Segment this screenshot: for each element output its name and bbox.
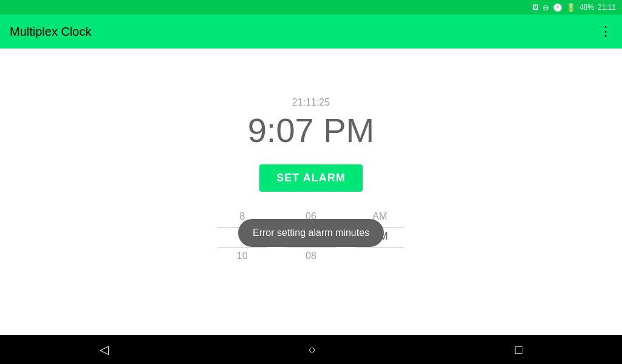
picker-ampm-bottom[interactable] bbox=[355, 251, 404, 261]
toast-message: Error setting alarm minutes bbox=[238, 219, 384, 247]
overflow-menu-button[interactable]: ⋮ bbox=[599, 25, 612, 38]
screen-icon: 🖼 bbox=[532, 4, 539, 11]
battery-icon: 🔋 bbox=[566, 3, 576, 12]
picker-hour-bottom[interactable]: 10 bbox=[218, 251, 267, 261]
recents-button[interactable]: □ bbox=[515, 343, 522, 357]
home-button[interactable]: ○ bbox=[308, 343, 315, 357]
battery-percent: 48% bbox=[579, 3, 594, 12]
alarm-icon: 🕐 bbox=[553, 3, 562, 12]
navigation-bar: ◁ ○ □ bbox=[0, 335, 622, 364]
picker-minute-divider-bottom bbox=[287, 248, 335, 248]
picker-minute-bottom[interactable]: 08 bbox=[287, 251, 335, 261]
status-bar: 🖼 ⊖ 🕐 🔋 48% 21:11 bbox=[0, 0, 622, 15]
picker-ampm-divider-bottom bbox=[355, 248, 404, 248]
alarm-time-picker: 8 06 AM Error setting alarm minutes 9 07… bbox=[208, 211, 414, 264]
status-time: 21:11 bbox=[598, 3, 616, 12]
back-button[interactable]: ◁ bbox=[100, 342, 109, 357]
do-not-disturb-icon: ⊖ bbox=[542, 3, 549, 12]
app-title: Multiplex Clock bbox=[10, 25, 91, 39]
picker-bottom-row: 10 08 bbox=[208, 251, 414, 261]
app-bar: Multiplex Clock ⋮ bbox=[0, 15, 622, 49]
picker-divider-bottom bbox=[208, 248, 414, 248]
picker-hour-divider-bottom bbox=[218, 248, 267, 248]
time-12-display: 9:07 PM bbox=[248, 110, 375, 150]
time-24-display: 21:11:25 bbox=[292, 97, 330, 108]
set-alarm-button[interactable]: SET ALARM bbox=[259, 164, 362, 192]
main-content: 21:11:25 9:07 PM SET ALARM 8 06 AM Error… bbox=[0, 49, 622, 335]
